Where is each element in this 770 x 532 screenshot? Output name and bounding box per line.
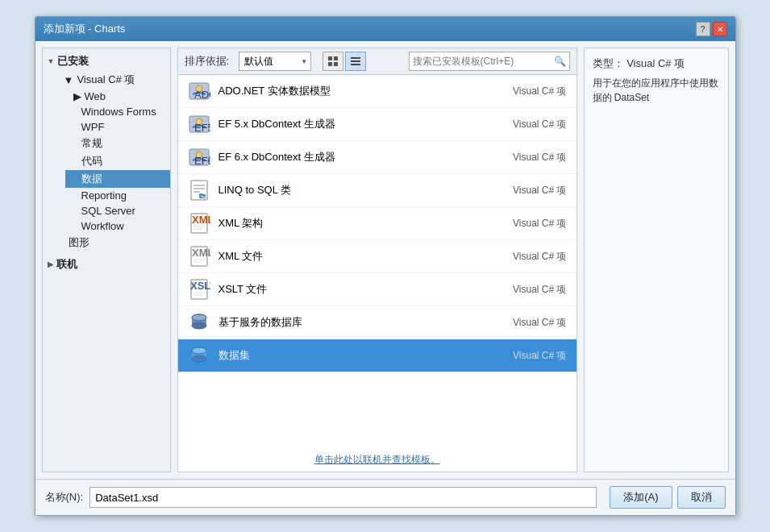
table-row[interactable]: XSLT XSLT 文件 Visual C# 项 [178, 273, 576, 306]
windows-forms-item[interactable]: Windows Forms [65, 104, 170, 119]
item-category: Visual C# 项 [502, 85, 567, 98]
right-type: 类型： Visual C# 项 [593, 56, 720, 71]
wpf-item[interactable]: WPF [65, 119, 170, 135]
cancel-button[interactable]: 取消 [677, 486, 726, 509]
graphics-item[interactable]: 图形 [56, 234, 170, 251]
sql-server-item[interactable]: SQL Server [65, 203, 170, 218]
sort-select-wrapper: 默认值 名称 类型 [239, 52, 311, 71]
svg-rect-5 [351, 60, 360, 62]
item-category: Visual C# 项 [502, 151, 567, 164]
svg-text:XML: XML [192, 247, 210, 259]
table-row[interactable]: SQL LINQ to SQL 类 Visual C# 项 [178, 174, 576, 207]
item-category: Visual C# 项 [502, 217, 567, 231]
item-name: XML 架构 [219, 216, 494, 231]
item-category: Visual C# 项 [502, 316, 567, 330]
close-button[interactable]: ✕ [713, 22, 727, 36]
svg-text:XML: XML [192, 214, 210, 226]
table-row[interactable]: XML XML 文件 Visual C# 项 [178, 240, 576, 273]
dialog-title: 添加新项 - Charts [44, 22, 126, 36]
item-icon-xml-file: XML [188, 245, 210, 268]
title-bar: 添加新项 - Charts ? ✕ [35, 17, 735, 41]
toolbar: 排序依据: 默认值 名称 类型 [178, 48, 576, 75]
svg-point-40 [192, 355, 206, 362]
item-icon-ef5: EF5 [188, 113, 210, 135]
item-category: Visual C# 项 [502, 184, 567, 197]
item-name: 数据集 [219, 348, 494, 363]
svg-text:XSLT: XSLT [190, 280, 210, 292]
item-icon-db [188, 311, 210, 334]
svg-rect-4 [351, 57, 360, 59]
svg-text:SQL: SQL [200, 188, 210, 200]
workflow-item[interactable]: Workflow [65, 218, 170, 234]
installed-section-header[interactable]: ▼ 已安装 [43, 52, 170, 71]
item-category: Visual C# 项 [502, 349, 567, 363]
visual-csharp-chevron: ▼ [64, 74, 74, 86]
installed-chevron: ▼ [48, 57, 55, 65]
item-category: Visual C# 项 [502, 283, 567, 297]
right-description: 用于在您的应用程序中使用数据的 DataSet [593, 76, 720, 105]
left-panel: ▼ 已安装 ▼ Visual C# 项 ▶ Web Windows Forms … [42, 48, 171, 472]
table-row[interactable]: EF6 EF 6.x DbContext 生成器 Visual C# 项 [178, 141, 576, 174]
installed-label: 已安装 [57, 54, 89, 69]
svg-point-37 [192, 314, 206, 321]
reporting-item[interactable]: Reporting [65, 188, 170, 203]
sort-select[interactable]: 默认值 名称 类型 [239, 52, 311, 71]
visual-csharp-header[interactable]: ▼ Visual C# 项 [56, 71, 170, 89]
type-value: Visual C# 项 [626, 57, 685, 69]
list-view-btn[interactable] [345, 52, 366, 71]
web-item[interactable]: ▶ Web [65, 89, 170, 104]
item-name: XML 文件 [219, 249, 494, 264]
online-label: 联机 [56, 257, 77, 272]
items-list: ADO ADO.NET 实体数据模型 Visual C# 项 EF5 [178, 75, 576, 448]
dialog-body: ▼ 已安装 ▼ Visual C# 项 ▶ Web Windows Forms … [35, 41, 735, 479]
svg-rect-6 [351, 64, 360, 65]
table-row[interactable]: 数据集 Visual C# 项 [178, 339, 576, 372]
online-link[interactable]: 单击此处以联机并查找模板。 [178, 448, 576, 472]
help-button[interactable]: ? [696, 22, 710, 36]
item-icon-ef6: EF6 [188, 146, 210, 168]
installed-subsection: ▼ Visual C# 项 ▶ Web Windows Forms WPF 常规… [43, 71, 170, 251]
search-icon[interactable]: 🔍 [554, 56, 566, 67]
type-prefix: 类型： [593, 57, 624, 69]
table-row[interactable]: XML XML 架构 Visual C# 项 [178, 207, 576, 240]
svg-rect-0 [328, 56, 332, 60]
table-row[interactable]: 基于服务的数据库 Visual C# 项 [178, 306, 576, 339]
svg-point-41 [192, 347, 206, 354]
right-panel: 类型： Visual C# 项 用于在您的应用程序中使用数据的 DataSet [584, 48, 729, 472]
search-box: 🔍 [409, 52, 570, 71]
item-name: EF 5.x DbContext 生成器 [219, 117, 494, 131]
item-icon-xml-schema: XML [188, 212, 210, 235]
daima-item[interactable]: 代码 [65, 152, 170, 170]
item-category: Visual C# 项 [502, 118, 567, 131]
data-item[interactable]: 数据 [65, 170, 170, 188]
item-icon-linq: SQL [188, 179, 210, 202]
web-label: Web [85, 90, 106, 102]
search-input[interactable] [413, 56, 554, 67]
dialog: 添加新项 - Charts ? ✕ ▼ 已安装 ▼ Visual C# 项 [35, 16, 736, 516]
bottom-bar: 名称(N): 添加(A) 取消 [35, 479, 735, 515]
svg-text:EF6: EF6 [194, 155, 210, 167]
grid-view-btn[interactable] [323, 52, 343, 71]
item-category: Visual C# 项 [502, 250, 567, 264]
item-name: LINQ to SQL 类 [219, 183, 494, 197]
table-row[interactable]: ADO ADO.NET 实体数据模型 Visual C# 项 [178, 75, 576, 108]
main-panel: 排序依据: 默认值 名称 类型 [177, 48, 577, 472]
svg-rect-3 [334, 62, 338, 66]
svg-point-36 [192, 322, 206, 329]
svg-rect-2 [328, 62, 332, 66]
web-chevron: ▶ [73, 90, 81, 102]
action-buttons: 添加(A) 取消 [610, 486, 725, 509]
name-input[interactable] [89, 487, 597, 508]
item-name: EF 6.x DbContext 生成器 [219, 150, 494, 164]
svg-text:EF5: EF5 [194, 122, 210, 134]
add-button[interactable]: 添加(A) [610, 486, 672, 509]
online-chevron: ▶ [48, 260, 53, 268]
item-name: XSLT 文件 [219, 282, 494, 297]
online-section-header[interactable]: ▶ 联机 [43, 255, 170, 274]
svg-text:ADO: ADO [194, 89, 210, 101]
name-label: 名称(N): [45, 490, 84, 505]
sort-label: 排序依据: [185, 54, 230, 69]
changgui-item[interactable]: 常规 [65, 135, 170, 152]
table-row[interactable]: EF5 EF 5.x DbContext 生成器 Visual C# 项 [178, 108, 576, 141]
visual-csharp-label: Visual C# 项 [77, 73, 135, 87]
